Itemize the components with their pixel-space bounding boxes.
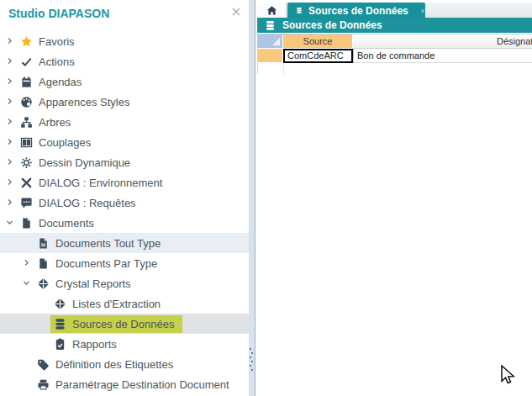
sidebar-item-label: Apparences Styles (39, 96, 129, 108)
sidebar-item-label: Agendas (39, 76, 82, 88)
file-icon (37, 257, 50, 270)
sitemap-icon (20, 116, 33, 129)
check-icon (20, 55, 33, 68)
palette-icon (20, 96, 33, 108)
sidebar-item-documents[interactable]: Documents (0, 213, 249, 233)
chevron-down-icon[interactable] (5, 218, 20, 228)
sidebar-item-label: Documents Tout Type (55, 237, 161, 250)
panel-header: Sources de Données (257, 18, 532, 33)
row-header-column-edge (257, 63, 284, 74)
database-icon (265, 20, 276, 31)
chevron-right-icon[interactable] (5, 117, 20, 127)
tag-icon (37, 358, 50, 371)
sidebar-splitter[interactable] (249, 0, 255, 396)
sidebar-item-crystal-reports[interactable]: Crystal Reports (0, 273, 249, 293)
cell-designation[interactable]: Bon de commande (353, 49, 532, 63)
chevron-down-icon[interactable] (22, 278, 37, 288)
calendar-icon (20, 76, 33, 88)
sidebar-tree: FavorisActionsAgendasApparences StylesAr… (0, 31, 249, 394)
close-icon[interactable] (420, 7, 425, 15)
chevron-right-icon[interactable] (5, 77, 20, 87)
sidebar-item-arbres[interactable]: Arbres (0, 112, 249, 132)
tab-label: Sources de Données (308, 5, 408, 17)
close-icon[interactable] (230, 6, 242, 18)
chevron-right-icon[interactable] (5, 137, 20, 147)
sidebar-item-label: Rapports (72, 338, 117, 351)
chevron-right-icon[interactable] (5, 56, 20, 66)
table-row: ComCdeARC Bon de commande (257, 49, 532, 63)
clipboard-icon (54, 338, 66, 351)
sidebar-item-label: Définition des Etiquettes (55, 358, 173, 371)
mouse-cursor (500, 365, 519, 387)
tab-bar: Sources de Données (257, 3, 532, 18)
star-icon (20, 35, 33, 48)
column-header-source[interactable]: Source (283, 34, 353, 49)
sidebar-header: Studio DIAPASON (0, 0, 249, 29)
chevron-right-icon[interactable] (5, 97, 20, 107)
sidebar-item-label: Documents (39, 217, 94, 230)
chevron-right-icon[interactable] (5, 157, 20, 167)
sidebar-item-dessin-dynamique[interactable]: Dessin Dynamique (0, 152, 249, 172)
sidebar-item-label: Actions (39, 55, 75, 68)
main-area: Sources de Données Sources de Données So… (255, 0, 532, 396)
sidebar-item-label: Sources de Données (72, 318, 174, 330)
splitter-grip-icon (250, 356, 251, 358)
chevron-right-icon[interactable] (22, 258, 37, 268)
sidebar-item-couplages[interactable]: Couplages (0, 132, 249, 152)
gem-icon (37, 277, 50, 290)
sidebar-item-favoris[interactable]: Favoris (0, 31, 249, 51)
splitter-grip-icon (250, 365, 251, 367)
database-icon (54, 318, 66, 330)
selection-highlight: Sources de Données (50, 315, 182, 333)
file-icon (20, 217, 33, 230)
table-header-row: Source Désignation (257, 34, 532, 49)
database-icon (296, 5, 303, 16)
sidebar-item-dialog-environnement[interactable]: DIALOG : Environnement (0, 172, 249, 193)
chevron-right-icon[interactable] (5, 177, 20, 187)
sidebar-item-label: DIALOG : Environnement (39, 177, 162, 189)
select-all-corner[interactable] (257, 34, 283, 49)
sidebar-item-agendas[interactable]: Agendas (0, 71, 249, 92)
sidebar-item-label: DIALOG : Requêtes (39, 197, 136, 209)
active-cell-source[interactable]: ComCdeARC (283, 49, 353, 63)
splitter-grip-icon (251, 352, 253, 354)
sidebar-item-definition-des-etiquettes[interactable]: Définition des Etiquettes (0, 354, 249, 374)
sidebar-item-label: Dessin Dynamique (39, 156, 130, 169)
sidebar-item-label: Arbres (39, 116, 71, 129)
printer-icon (37, 378, 50, 391)
sidebar-item-label: Crystal Reports (55, 277, 131, 290)
sidebar-item-label: Couplages (39, 136, 91, 149)
chevron-right-icon[interactable] (5, 198, 20, 208)
sidebar-item-label: Favoris (39, 35, 75, 48)
app-title: Studio DIAPASON (8, 7, 109, 20)
sidebar-item-apparences-styles[interactable]: Apparences Styles (0, 92, 249, 112)
sidebar-item-documents-par-type[interactable]: Documents Par Type (0, 253, 249, 273)
sidebar-item-dialog-requetes[interactable]: DIALOG : Requêtes (0, 193, 249, 213)
gear-icon (20, 156, 33, 169)
row-header[interactable] (257, 49, 283, 63)
home-icon (266, 5, 277, 16)
tab-sources-de-donnees[interactable]: Sources de Données (287, 3, 425, 18)
chat-icon (20, 197, 33, 209)
columns-icon (20, 136, 33, 149)
splitter-grip-icon (250, 348, 251, 350)
sidebar-item-documents-tout-type[interactable]: Documents Tout Type (0, 233, 249, 253)
sidebar-item-actions[interactable]: Actions (0, 51, 249, 71)
splitter-grip-icon (251, 369, 253, 371)
sidebar-item-label: Paramétrage Destination Document (55, 378, 229, 391)
gem-icon (54, 298, 66, 310)
sidebar-item-rapports[interactable]: Rapports (0, 334, 249, 354)
column-header-designation[interactable]: Désignation (353, 34, 532, 49)
sidebar-item-sources-de-donnees[interactable]: Sources de Données (0, 314, 249, 334)
file-lines-icon (37, 237, 50, 250)
sidebar-item-label: Listes d'Extraction (72, 298, 161, 310)
sidebar-item-parametrage-destination-document[interactable]: Paramétrage Destination Document (0, 374, 249, 394)
tab-home[interactable] (257, 3, 287, 18)
chevron-right-icon[interactable] (5, 36, 20, 46)
data-table: Source Désignation ComCdeARC Bon de comm… (257, 34, 532, 74)
tools-icon (20, 177, 33, 189)
sidebar: Studio DIAPASON FavorisActionsAgendasApp… (0, 0, 249, 396)
sidebar-item-label: Documents Par Type (55, 257, 157, 270)
splitter-grip-icon (251, 361, 253, 362)
sidebar-item-listes-d-extraction[interactable]: Listes d'Extraction (0, 293, 249, 314)
